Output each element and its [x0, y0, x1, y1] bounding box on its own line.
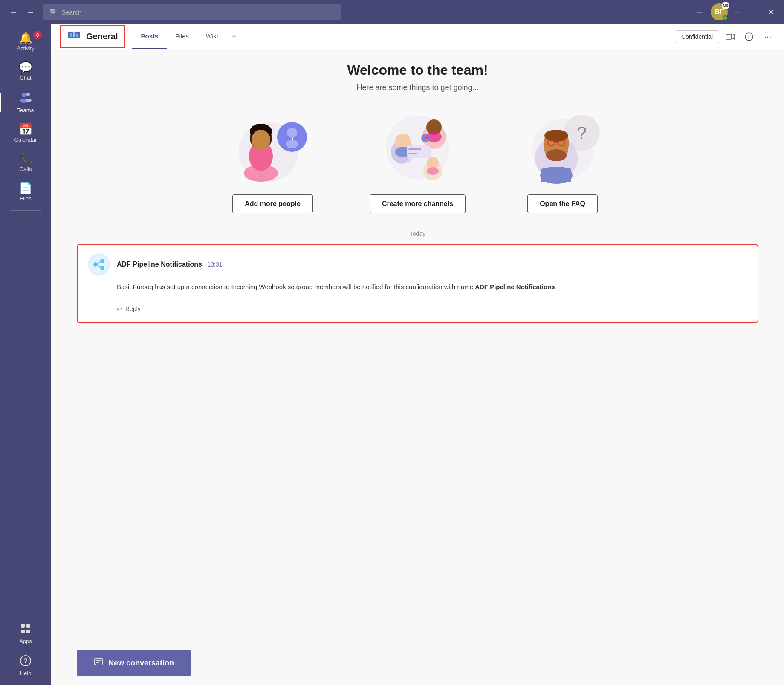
sidebar-chat-label: Chat	[20, 75, 31, 81]
minimize-button[interactable]: –	[733, 6, 743, 17]
sidebar-item-calls[interactable]: 📞 Calls	[0, 149, 51, 177]
today-divider: Today	[77, 230, 758, 237]
channel-actions: Confidential i ···	[675, 29, 775, 44]
today-label: Today	[410, 230, 425, 237]
sidebar-item-apps[interactable]: Apps	[0, 618, 51, 649]
svg-rect-37	[408, 148, 421, 150]
svg-rect-13	[76, 34, 78, 37]
add-more-people-button[interactable]: Add more people	[232, 194, 313, 213]
tab-wiki[interactable]: Wiki	[197, 24, 226, 49]
svg-rect-38	[408, 153, 417, 154]
svg-point-0	[22, 93, 26, 97]
new-conv-label: New conversation	[108, 659, 174, 668]
new-conversation-button[interactable]: New conversation	[77, 650, 191, 676]
message-sender: ADF Pipeline Notifications	[117, 261, 202, 268]
today-section: Today	[77, 230, 758, 323]
nav-buttons: ← →	[7, 5, 38, 19]
channel-icon	[67, 28, 81, 45]
more-options-button[interactable]: ···	[692, 5, 706, 19]
channel-name: General	[86, 32, 118, 41]
sidebar-calendar-label: Calendar	[14, 136, 37, 143]
back-button[interactable]: ←	[7, 5, 20, 19]
title-bar-actions: ··· BF MS – □ ✕	[692, 3, 777, 20]
tab-files[interactable]: Files	[167, 24, 197, 49]
message-body: Basit Farooq has set up a connection to …	[117, 282, 747, 292]
search-icon: 🔍	[49, 8, 58, 16]
posts-content: Welcome to the team! Here are some thing…	[51, 49, 784, 641]
sidebar-item-chat[interactable]: 💬 Chat	[0, 58, 51, 85]
sidebar-activity-label: Activity	[17, 45, 34, 52]
tab-posts[interactable]: Posts	[132, 24, 167, 49]
svg-rect-11	[70, 33, 72, 37]
sidebar: 8 🔔 Activity 💬 Chat Teams 📅 Calendar	[0, 24, 51, 685]
svg-point-3	[26, 99, 32, 102]
maximize-button[interactable]: □	[749, 6, 760, 17]
message-header: ADF Pipeline Notifications 13:31	[88, 253, 747, 276]
svg-rect-35	[407, 145, 431, 158]
title-bar: ← → 🔍 ··· BF MS – □ ✕	[0, 0, 784, 24]
svg-rect-6	[21, 630, 25, 633]
svg-text:📍: 📍	[423, 135, 431, 142]
video-button[interactable]	[723, 29, 738, 44]
svg-text:?: ?	[23, 657, 28, 665]
info-button[interactable]: i	[741, 29, 757, 44]
sidebar-item-help[interactable]: ? Help	[0, 650, 51, 681]
reply-button[interactable]: ↩ Reply	[117, 304, 747, 314]
more-button[interactable]: ···	[760, 29, 775, 44]
avatar-container[interactable]: BF MS	[711, 3, 728, 20]
sidebar-item-calendar[interactable]: 📅 Calendar	[0, 119, 51, 147]
bell-icon: 🔔	[19, 32, 32, 44]
open-faq-button[interactable]: Open the FAQ	[527, 194, 598, 213]
svg-rect-12	[73, 32, 75, 37]
svg-point-42	[427, 157, 439, 169]
ms-badge: MS	[722, 2, 729, 9]
sidebar-files-label: Files	[20, 195, 31, 202]
teams-icon	[20, 91, 32, 105]
message-time: 13:31	[207, 261, 222, 268]
svg-marker-15	[732, 34, 735, 39]
sidebar-item-activity[interactable]: 8 🔔 Activity	[0, 28, 51, 56]
more-dots-label: ···	[23, 219, 28, 226]
apps-icon	[20, 623, 32, 636]
calls-icon: 📞	[19, 153, 32, 164]
new-conversation-bar: New conversation	[51, 641, 784, 685]
main-content: General Posts Files Wiki + Confidential	[51, 24, 784, 685]
svg-point-1	[26, 93, 30, 96]
welcome-section: Welcome to the team! Here are some thing…	[77, 62, 758, 213]
search-input[interactable]	[61, 9, 334, 16]
svg-rect-14	[726, 34, 732, 39]
app-body: 8 🔔 Activity 💬 Chat Teams 📅 Calendar	[0, 24, 784, 685]
sidebar-calls-label: Calls	[20, 166, 32, 172]
add-people-card: + Add more people	[213, 109, 333, 213]
files-icon: 📄	[19, 183, 32, 194]
activity-badge: 8	[33, 31, 42, 39]
help-icon: ?	[20, 655, 32, 668]
message-card: ADF Pipeline Notifications 13:31 Basit F…	[77, 244, 758, 323]
search-bar[interactable]: 🔍	[43, 4, 341, 20]
svg-rect-5	[26, 624, 30, 628]
new-conv-icon	[94, 657, 103, 669]
add-people-illustration: +	[226, 109, 320, 186]
sidebar-teams-label: Teams	[17, 107, 34, 113]
forward-button[interactable]: →	[24, 5, 38, 19]
svg-point-27	[286, 140, 298, 148]
sidebar-item-teams[interactable]: Teams	[0, 87, 51, 118]
faq-card: ?	[503, 109, 622, 213]
confidential-button[interactable]: Confidential	[675, 30, 719, 43]
sidebar-item-files[interactable]: 📄 Files	[0, 178, 51, 206]
svg-point-43	[427, 167, 439, 175]
channel-title-box[interactable]: General	[60, 25, 125, 48]
svg-point-56	[90, 256, 107, 273]
create-channels-button[interactable]: Create more channels	[370, 194, 466, 213]
message-avatar	[88, 253, 110, 276]
svg-point-54	[544, 130, 568, 142]
add-tab-button[interactable]: +	[226, 24, 242, 49]
faq-illustration: ?	[516, 109, 610, 186]
svg-text:i: i	[748, 34, 749, 40]
calendar-icon: 📅	[19, 124, 32, 135]
reply-icon: ↩	[117, 305, 122, 312]
close-button[interactable]: ✕	[765, 6, 777, 18]
sidebar-item-more[interactable]: ···	[0, 215, 51, 230]
sidebar-help-label: Help	[20, 670, 32, 676]
message-meta: ADF Pipeline Notifications 13:31	[117, 261, 223, 268]
